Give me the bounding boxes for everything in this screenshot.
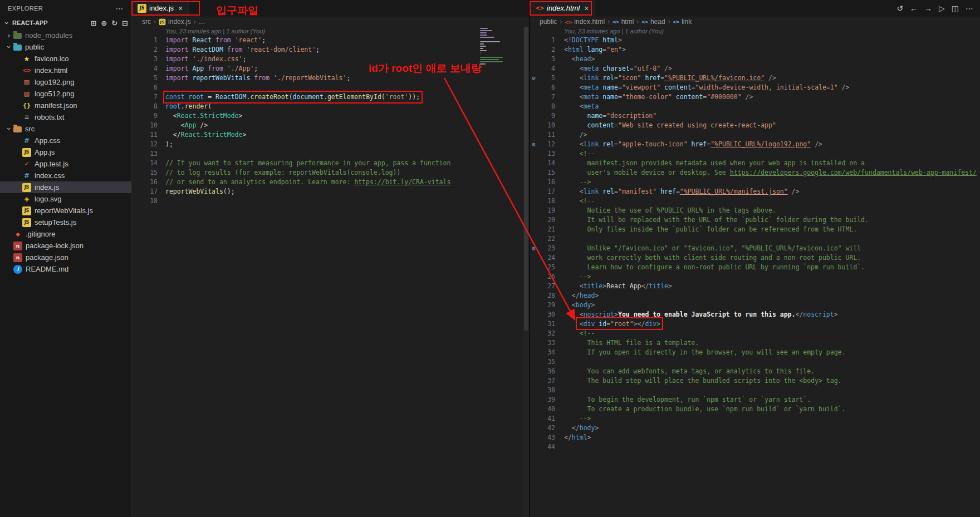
tree-item-robots-txt[interactable]: ≡robots.txt <box>0 111 131 123</box>
tab-index-js[interactable]: JS index.js × <box>132 0 189 16</box>
code-text: </head> <box>564 291 599 301</box>
breadcrumb-item[interactable]: </>link <box>673 18 692 26</box>
gutter: 31 <box>530 319 564 329</box>
line-number: 32 <box>547 329 555 337</box>
minimap-line <box>480 41 500 42</box>
gutter: 9 <box>530 111 564 121</box>
close-tab-icon[interactable]: × <box>178 4 183 12</box>
vertical-scrollbar[interactable] <box>523 27 529 517</box>
gutter: 34 <box>530 348 564 357</box>
tree-item-logo192-png[interactable]: ▧logo192.png <box>0 76 131 88</box>
gutter: 4 <box>132 64 165 73</box>
breadcrumb-label: html <box>621 18 634 26</box>
html-file-icon: <> <box>535 4 544 13</box>
tree-item-index-html[interactable]: <>index.html <box>0 65 131 76</box>
minimap-line <box>480 32 487 33</box>
file-name: reportWebVitals.js <box>35 206 93 215</box>
tree-item-logo512-png[interactable]: ▧logo512.png <box>0 88 131 100</box>
breadcrumb-item[interactable]: </>head <box>641 18 665 26</box>
gutter-gear-icon[interactable]: ⚙ <box>532 73 536 83</box>
tree-item-app-js[interactable]: JSApp.js <box>0 146 131 158</box>
tree-item-logo-svg[interactable]: ◈logo.svg <box>0 193 131 205</box>
star-file-icon: ★ <box>22 55 31 63</box>
breadcrumb-item[interactable]: … <box>199 18 205 26</box>
breadcrumb-item[interactable]: JSindex.js <box>159 18 191 26</box>
breadcrumb-item[interactable]: <>index.html <box>565 18 605 26</box>
new-file-icon[interactable]: ⊞ <box>90 19 96 27</box>
gutter: 10 <box>132 121 165 130</box>
code-line: 43</html> <box>530 433 980 442</box>
gutter-gear-icon[interactable]: ⚙ <box>532 140 536 149</box>
line-number: 35 <box>547 358 555 366</box>
code-line: ⚙5 <link rel="icon" href="%PUBLIC_URL%/f… <box>530 73 980 83</box>
line-number: 3 <box>551 55 555 63</box>
run-icon[interactable]: ▷ <box>939 4 945 12</box>
code-line: 15// to log results (for example: report… <box>132 168 529 178</box>
tree-item-favicon-ico[interactable]: ★favicon.ico <box>0 53 131 65</box>
code-text: <!-- <box>564 329 595 338</box>
split-editor-icon[interactable]: ◫ <box>952 4 959 12</box>
collapse-folders-icon[interactable]: ⊟ <box>122 19 128 27</box>
tree-item-src[interactable]: ›src <box>0 123 131 135</box>
tree-item-package-lock-json[interactable]: npackage-lock.json <box>0 240 131 252</box>
navigate-forward-icon[interactable]: → <box>924 4 932 12</box>
line-number: 6 <box>154 83 158 91</box>
breadcrumb-item[interactable]: src <box>142 18 151 26</box>
code-line: 7const root = ReactDOM.createRoot(docume… <box>132 92 529 102</box>
tree-item-app-css[interactable]: #App.css <box>0 135 131 146</box>
chevron-expanded-icon: › <box>5 43 13 52</box>
tree-item-readme-md[interactable]: iREADME.md <box>0 263 131 275</box>
file-name: index.js <box>35 183 59 191</box>
code-line: 5import reportWebVitals from './reportWe… <box>132 73 529 83</box>
gutter: 36 <box>530 367 564 376</box>
tree-item-reportwebvitals-js[interactable]: JSreportWebVitals.js <box>0 205 131 216</box>
tree-item--gitignore[interactable]: ◆.gitignore <box>0 228 131 240</box>
code-text: Only files inside the `public` folder ca… <box>564 225 857 234</box>
minimap[interactable] <box>480 28 521 67</box>
line-number: 5 <box>154 74 158 82</box>
line-number: 14 <box>150 159 158 167</box>
tree-item-manifest-json[interactable]: {}manifest.json <box>0 100 131 111</box>
project-section-header[interactable]: › REACT-APP ⊞⊕↻⊟ <box>0 17 131 29</box>
explorer-more-actions-icon[interactable]: ⋯ <box>116 4 124 13</box>
code-text: <title>React App</title> <box>564 282 672 291</box>
refresh-explorer-icon[interactable]: ↻ <box>111 19 117 27</box>
gutter: 17 <box>530 187 564 196</box>
file-name: favicon.ico <box>35 55 68 63</box>
tree-item-setuptests-js[interactable]: JSsetupTests.js <box>0 216 131 228</box>
code-line: 32 <!-- <box>530 329 980 338</box>
tree-item-public[interactable]: ›public <box>0 41 131 53</box>
code-line: 2<html lang="en"> <box>530 45 980 55</box>
gutter: 17 <box>132 187 165 196</box>
code-text: root.render( <box>165 102 212 111</box>
code-line: 6 <box>132 83 529 92</box>
tree-item-index-css[interactable]: #index.css <box>0 170 131 181</box>
new-folder-icon[interactable]: ⊕ <box>101 19 107 27</box>
history-icon[interactable]: ↺ <box>896 4 903 12</box>
breadcrumb-item[interactable]: public <box>540 18 557 26</box>
editor-group-right: <> index.html × ↺←→▷◫⋯ public›<>index.ht… <box>529 0 980 517</box>
code-text: </React.StrictMode> <box>165 130 246 140</box>
tree-item-node-modules[interactable]: ›node_modules <box>0 29 131 41</box>
file-name: manifest.json <box>35 101 77 110</box>
code-line: 39 To begin the development, run `npm st… <box>530 395 980 405</box>
tree-item-index-js[interactable]: JSindex.js <box>0 181 131 193</box>
code-text: <meta <box>564 102 599 111</box>
breadcrumb-label: src <box>142 18 151 26</box>
navigate-back-icon[interactable]: ← <box>910 4 918 12</box>
code-line: 13 <box>132 149 529 159</box>
tree-item-app-test-js[interactable]: ✓App.test.js <box>0 158 131 170</box>
tab-index-html[interactable]: <> index.html × <box>530 0 595 16</box>
txt-file-icon: ≡ <box>22 113 31 122</box>
breadcrumb-label: public <box>540 18 557 26</box>
code-text: <link rel="icon" href="%PUBLIC_URL%/favi… <box>564 73 776 83</box>
gutter-gear-icon[interactable]: ⚙ <box>532 244 536 253</box>
tree-item-package-json[interactable]: npackage.json <box>0 252 131 263</box>
line-number: 34 <box>547 348 555 356</box>
file-name: README.md <box>26 265 68 273</box>
gutter: 37 <box>530 376 564 386</box>
breadcrumb-item[interactable]: </>html <box>612 18 634 26</box>
scrollbar-thumb[interactable] <box>524 27 528 331</box>
close-tab-icon[interactable]: × <box>584 4 589 12</box>
more-actions-icon[interactable]: ⋯ <box>966 4 973 12</box>
